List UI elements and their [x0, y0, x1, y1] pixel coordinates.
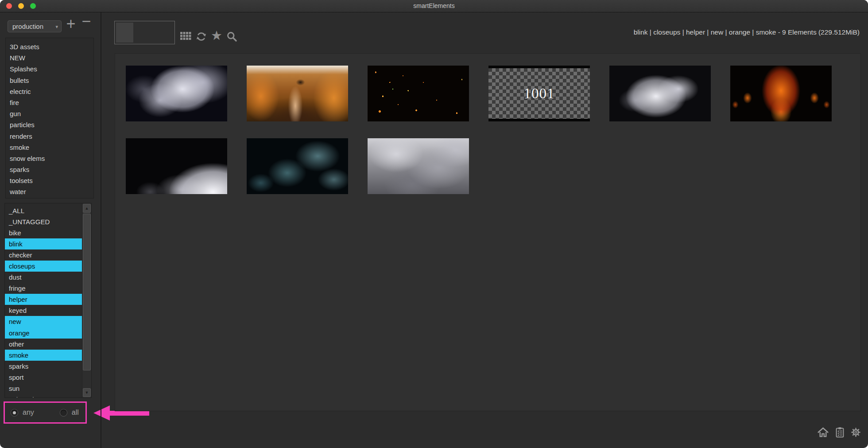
sidebar-main-divider: [101, 12, 101, 448]
tag-item-other[interactable]: other: [5, 339, 82, 350]
category-item-water[interactable]: water: [6, 186, 93, 197]
thumbnail-size-box[interactable]: [114, 21, 175, 44]
selection-status-text: blink | closeups | helper | new | orange…: [634, 28, 860, 36]
tag-item-closeups[interactable]: closeups: [5, 261, 82, 272]
add-category-button[interactable]: +: [64, 16, 78, 32]
category-item-smoke[interactable]: smoke: [6, 142, 93, 153]
radio-button-icon: [11, 409, 18, 417]
tag-item-bike[interactable]: bike: [5, 227, 82, 238]
element-thumbnail-checkerboard-frame[interactable]: 1001: [488, 66, 590, 121]
element-thumbnail-gray-smoke-plume[interactable]: [126, 66, 227, 121]
tag-list-scrollbar[interactable]: ▲ ▼: [82, 203, 91, 397]
tag-item-new[interactable]: new: [5, 316, 82, 327]
radio-button-icon: [60, 409, 67, 417]
refresh-icon: [195, 31, 207, 43]
arrow-up-icon: ▲: [85, 206, 89, 210]
thumbnail-frame-label: 1001: [524, 86, 555, 102]
category-list: 3D assetsNEWSplashesbulletselectricfireg…: [5, 38, 94, 199]
settings-gear-icon: [850, 426, 862, 438]
arrow-down-icon: ▼: [85, 390, 89, 395]
element-thumbnail-autumn-forest-bike-jump[interactable]: [247, 66, 348, 121]
elements-grid: 1001: [126, 66, 860, 411]
element-thumbnail-teal-smoke-wisps[interactable]: [247, 138, 348, 194]
title-bar: smartElements: [0, 0, 868, 12]
category-item-toolsets[interactable]: toolsets: [6, 175, 93, 186]
category-item-3d-assets[interactable]: 3D assets: [6, 41, 93, 52]
scroll-up-button[interactable]: ▲: [83, 204, 91, 213]
search-icon: [226, 31, 238, 43]
settings-button[interactable]: [850, 426, 862, 438]
home-button[interactable]: [817, 426, 829, 438]
project-selector-dropdown[interactable]: production ▾: [8, 20, 62, 32]
tag-item-keyed[interactable]: keyed: [5, 305, 82, 316]
element-thumbnail-symmetric-fire-burst[interactable]: [730, 66, 832, 121]
star-favorites-icon: ★: [211, 28, 222, 43]
favorites-button[interactable]: ★: [211, 29, 223, 42]
tag-item-sun[interactable]: sun: [5, 383, 82, 394]
refresh-button[interactable]: [195, 31, 208, 43]
grid-view-icon: [180, 31, 192, 43]
tag-item-fringe[interactable]: fringe: [5, 283, 82, 294]
category-item-snow-elems[interactable]: snow elems: [6, 153, 93, 164]
annotation-arrow-tail: [109, 411, 149, 416]
window-title: smartElements: [0, 0, 868, 12]
search-button[interactable]: [226, 31, 238, 43]
tag-item-smoke[interactable]: smoke: [5, 350, 82, 361]
category-item-renders[interactable]: renders: [6, 131, 93, 142]
tag-item-sport[interactable]: sport: [5, 372, 82, 383]
scrollbar-thumb[interactable]: [83, 214, 91, 370]
tag-item-dust[interactable]: dust: [5, 272, 82, 283]
tag-item-helper[interactable]: helper: [5, 294, 82, 305]
tag-item-orange[interactable]: orange: [5, 327, 82, 339]
remove-category-button[interactable]: −: [79, 13, 93, 29]
tag-list-panel: _ALL_UNTAGGEDbikeblinkcheckercloseupsdus…: [4, 203, 92, 398]
tag-item--all[interactable]: _ALL: [5, 205, 82, 216]
tag-item-unkeyed[interactable]: unkeyed: [5, 394, 82, 397]
category-item-sparks[interactable]: sparks: [6, 164, 93, 175]
element-thumbnail-white-smoke-puff[interactable]: [609, 66, 711, 121]
chevron-down-icon: ▾: [55, 21, 58, 32]
tag-item--untagged[interactable]: _UNTAGGED: [5, 216, 82, 227]
category-item-electric[interactable]: electric: [6, 86, 93, 97]
scroll-down-button[interactable]: ▼: [83, 388, 91, 397]
tag-item-blink[interactable]: blink: [5, 238, 82, 249]
app-window: smartElements production ▾ + − 3D assets…: [0, 0, 868, 448]
grid-view-button[interactable]: [180, 31, 192, 43]
clipboard-icon: [834, 426, 846, 438]
category-item-bullets[interactable]: bullets: [6, 75, 93, 86]
category-item-splashes[interactable]: Splashes: [6, 63, 93, 74]
match-mode-radio-any[interactable]: any: [11, 409, 34, 417]
tag-list: _ALL_UNTAGGEDbikeblinkcheckercloseupsdus…: [5, 203, 82, 397]
category-item-gun[interactable]: gun: [6, 108, 93, 119]
match-mode-radio-all[interactable]: all: [60, 409, 79, 417]
project-selector-value: production: [12, 23, 43, 30]
tag-match-mode-group: any all: [4, 401, 87, 424]
element-thumbnail-smoke-bottom-right[interactable]: [126, 138, 227, 194]
category-item-fire[interactable]: fire: [6, 97, 93, 108]
home-icon: [817, 426, 829, 438]
elements-grid-panel: 1001: [115, 53, 861, 411]
thumbnail-size-swatch: [116, 23, 133, 43]
tag-item-checker[interactable]: checker: [5, 249, 82, 261]
minus-icon: −: [81, 12, 91, 30]
category-item-new[interactable]: NEW: [6, 52, 93, 63]
category-item-particles[interactable]: particles: [6, 119, 93, 130]
element-thumbnail-orange-sparks[interactable]: [368, 66, 469, 121]
plus-icon: +: [66, 15, 75, 33]
clipboard-button[interactable]: [834, 426, 846, 438]
annotation-arrow-head-icon: [93, 405, 110, 421]
tag-item-sparks[interactable]: sparks: [5, 361, 82, 372]
element-thumbnail-billowing-smoke-clouds[interactable]: [368, 138, 469, 194]
